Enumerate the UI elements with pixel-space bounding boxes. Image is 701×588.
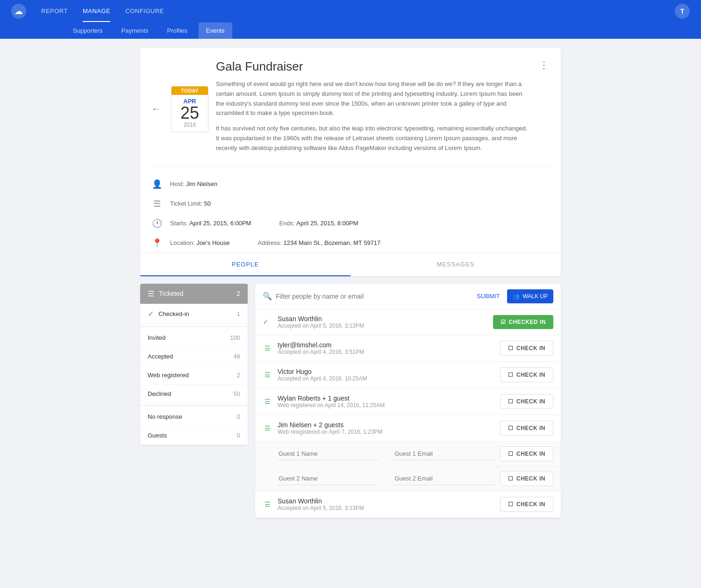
walkup-button[interactable]: 👥 WALK UP	[507, 289, 553, 303]
back-button[interactable]: ←	[151, 104, 160, 114]
user-avatar[interactable]: T	[675, 4, 690, 19]
location-content: Location: Joe's House Address: 1234 Main…	[170, 239, 550, 246]
ticket-text: Ticket Limit: 50	[170, 200, 211, 207]
checkbox-icon: ☐	[508, 451, 514, 457]
person-sub: Web resigistered on April 7, 2016, 1:23P…	[278, 429, 494, 435]
time-content: Starts: April 25, 2015, 6:00PM Ends: Apr…	[170, 220, 550, 227]
checkbox-icon: ☐	[508, 501, 514, 508]
person-sub: Accepted on April 4, 2016, 10:25AM	[278, 375, 494, 382]
checkbox-icon: ☐	[508, 475, 514, 482]
invited-count: 100	[230, 334, 240, 341]
host-content: Host: Jim Nielsen	[170, 180, 550, 187]
nav-manage[interactable]: MANAGE	[83, 1, 110, 22]
person-sub: Accepted on April 5, 2016, 3:13PM	[278, 505, 494, 511]
event-details: 👤 Host: Jim Nielsen ☰ Ticket Limit: 50 🕐…	[151, 166, 550, 253]
ticket-person-icon: ☰	[263, 501, 272, 508]
guest1-name-input[interactable]	[278, 447, 379, 460]
person-info: Victor Hugo Accepted on April 4, 2016, 1…	[278, 368, 494, 382]
checked-in-button[interactable]: ☑ CHECKED IN	[493, 315, 553, 329]
walkup-icon: 👥	[513, 293, 520, 300]
invited-label: Invited	[148, 334, 230, 341]
person-info: Susan Worthlin Accepted on April 5, 2016…	[278, 497, 494, 511]
checkin-icon: ✓	[148, 309, 154, 318]
submit-button[interactable]: SUBMIT	[473, 291, 503, 301]
starts-text: Starts: April 25, 2015, 6:00PM	[170, 220, 251, 227]
person-row: ☰ tyler@timshel.com Accepted on April 4,…	[255, 335, 561, 362]
noresponse-label: No response	[148, 413, 237, 420]
tab-messages[interactable]: MESSAGES	[350, 253, 561, 276]
checkedin-label: Checked-in	[158, 310, 237, 317]
search-input[interactable]	[276, 293, 469, 300]
sidebar-divider-2	[140, 405, 248, 406]
ticket-row: ☰ Ticket Limit: 50	[151, 194, 550, 214]
checkin-label: CHECK IN	[516, 451, 545, 457]
person-name: Jim Nielsen + 2 guests	[278, 421, 494, 429]
tab-people[interactable]: PEOPLE	[140, 253, 350, 276]
person-name: Susan Worthlin	[278, 497, 494, 505]
event-card: ← Today APR 25 2016 Gala Fundraiser Some…	[140, 48, 561, 276]
sidebar-section: ☰ Ticketed 2 ✓ Checked-in 1 Invited 100	[140, 284, 248, 445]
sidebar-checked-in[interactable]: ✓ Checked-in 1	[140, 304, 248, 324]
subnav-profiles[interactable]: Profiles	[159, 22, 194, 39]
person-sub: Web registered on April 14, 2016, 11:25A…	[278, 402, 494, 409]
nav-configure[interactable]: CONFIGURE	[125, 1, 164, 22]
sidebar-guests[interactable]: Guests 0	[140, 426, 248, 445]
subnav-payments[interactable]: Payments	[114, 22, 156, 39]
checkin-label: CHECK IN	[516, 501, 545, 508]
app-logo: ☁	[11, 4, 26, 19]
sidebar-accepted[interactable]: Accepted 48	[140, 347, 248, 366]
checkin-label: CHECK IN	[516, 475, 545, 482]
person-row: ☰ Wylan Roberts + 1 guest Web registered…	[255, 388, 561, 415]
person-sub: Accepted on April 4, 2016, 3:51PM	[278, 349, 494, 355]
sidebar-divider-1	[140, 326, 248, 327]
ticket-person-icon: ☰	[263, 371, 272, 379]
checkedin-count: 1	[237, 310, 240, 317]
check-in-button[interactable]: ☐ CHECK IN	[500, 341, 553, 356]
location-row: 📍 Location: Joe's House Address: 1234 Ma…	[151, 233, 550, 253]
event-title-section: Gala Fundraiser Something of event would…	[216, 59, 532, 159]
event-title: Gala Fundraiser	[216, 59, 532, 74]
guest-row: ☐ CHECK IN	[255, 466, 561, 491]
guest2-email-input[interactable]	[393, 472, 494, 485]
sidebar: ☰ Ticketed 2 ✓ Checked-in 1 Invited 100	[140, 284, 248, 518]
guest2-check-in-button[interactable]: ☐ CHECK IN	[500, 471, 553, 486]
search-bar: 🔍 SUBMIT 👥 WALK UP	[255, 284, 561, 309]
guest1-check-in-button[interactable]: ☐ CHECK IN	[500, 446, 553, 461]
check-in-button[interactable]: ☐ CHECK IN	[500, 421, 553, 436]
person-name: Susan Worthlin	[278, 315, 487, 323]
ticket-icon: ☰	[151, 199, 163, 209]
guests-count: 0	[237, 432, 240, 439]
more-options-button[interactable]: ⋮	[539, 59, 550, 71]
declined-label: Declined	[148, 390, 234, 397]
checked-icon: ☑	[501, 319, 506, 325]
noresponse-count: 0	[237, 413, 240, 420]
checkin-label: CHECK IN	[516, 398, 545, 405]
checkin-label: CHECK IN	[516, 372, 545, 378]
person-info: tyler@timshel.com Accepted on April 4, 2…	[278, 341, 494, 355]
subnav-events[interactable]: Events	[199, 22, 232, 39]
check-in-button[interactable]: ☐ CHECK IN	[500, 497, 553, 512]
sidebar-declined[interactable]: Declined 50	[140, 385, 248, 403]
date-badge: Today APR 25 2016	[171, 86, 208, 132]
guest2-name-input[interactable]	[278, 472, 379, 485]
tabs-row: PEOPLE MESSAGES	[140, 253, 561, 276]
sidebar-invited[interactable]: Invited 100	[140, 329, 248, 347]
check-in-button[interactable]: ☐ CHECK IN	[500, 367, 553, 382]
time-icon: 🕐	[151, 218, 163, 229]
sidebar-ticketed[interactable]: ☰ Ticketed 2	[140, 284, 248, 304]
checkin-label: CHECK IN	[516, 425, 545, 431]
nav-report[interactable]: REPORT	[41, 1, 68, 22]
checked-label: CHECKED IN	[508, 319, 546, 325]
location-text: Location: Joe's House	[170, 239, 230, 246]
sidebar-no-response[interactable]: No response 0	[140, 408, 248, 426]
top-navigation: ☁ REPORT MANAGE CONFIGURE T	[0, 0, 701, 22]
sidebar-web-registered[interactable]: Web registered 2	[140, 366, 248, 385]
person-row: ☰ Susan Worthlin Accepted on April 5, 20…	[255, 491, 561, 518]
subnav-supporters[interactable]: Supporters	[65, 22, 110, 39]
check-in-button[interactable]: ☐ CHECK IN	[500, 394, 553, 409]
ticketed-label: Ticketed	[159, 290, 236, 297]
guest1-email-input[interactable]	[393, 447, 494, 460]
event-day: 25	[172, 105, 208, 122]
people-list: 🔍 SUBMIT 👥 WALK UP ✓ Susan Worthlin Acce…	[255, 284, 561, 518]
time-row: 🕐 Starts: April 25, 2015, 6:00PM Ends: A…	[151, 214, 550, 233]
